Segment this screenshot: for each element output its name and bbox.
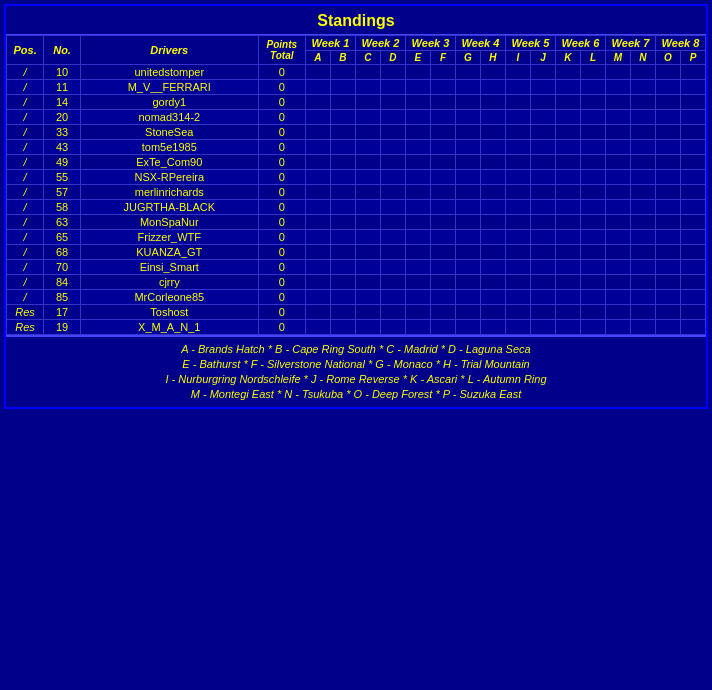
cell-pos: / xyxy=(7,290,44,305)
cell-week-6 xyxy=(455,290,480,305)
table-row: /49ExTe_Com900 xyxy=(7,155,706,170)
cell-week-4 xyxy=(405,170,430,185)
cell-week-1 xyxy=(330,260,355,275)
cell-no: 58 xyxy=(44,200,81,215)
cell-week-7 xyxy=(480,80,505,95)
cell-week-2 xyxy=(355,275,380,290)
header-week8: Week 8 xyxy=(655,36,705,51)
cell-week-13 xyxy=(630,155,655,170)
header-week4: Week 4 xyxy=(455,36,505,51)
cell-week-11 xyxy=(580,320,605,335)
cell-driver: cjrry xyxy=(80,275,258,290)
cell-week-9 xyxy=(530,95,555,110)
cell-week-12 xyxy=(605,305,630,320)
cell-driver: Frizzer_WTF xyxy=(80,230,258,245)
cell-week-10 xyxy=(555,155,580,170)
cell-week-13 xyxy=(630,260,655,275)
cell-week-0 xyxy=(305,155,330,170)
table-row: /55NSX-RPereira0 xyxy=(7,170,706,185)
cell-no: 65 xyxy=(44,230,81,245)
cell-points: 0 xyxy=(258,200,305,215)
cell-week-2 xyxy=(355,305,380,320)
cell-driver: Toshost xyxy=(80,305,258,320)
cell-week-15 xyxy=(680,230,705,245)
cell-week-3 xyxy=(380,260,405,275)
cell-week-7 xyxy=(480,155,505,170)
cell-week-7 xyxy=(480,125,505,140)
cell-no: 11 xyxy=(44,80,81,95)
cell-no: 17 xyxy=(44,305,81,320)
header-week2: Week 2 xyxy=(355,36,405,51)
cell-no: 43 xyxy=(44,140,81,155)
cell-week-5 xyxy=(430,170,455,185)
header-a: A xyxy=(305,51,330,65)
cell-week-15 xyxy=(680,305,705,320)
cell-week-9 xyxy=(530,305,555,320)
header-p: P xyxy=(680,51,705,65)
cell-week-10 xyxy=(555,290,580,305)
cell-week-15 xyxy=(680,125,705,140)
header-week1: Week 1 xyxy=(305,36,355,51)
cell-week-15 xyxy=(680,320,705,335)
cell-week-7 xyxy=(480,215,505,230)
cell-week-13 xyxy=(630,80,655,95)
table-row: /84cjrry0 xyxy=(7,275,706,290)
cell-week-0 xyxy=(305,245,330,260)
cell-points: 0 xyxy=(258,215,305,230)
main-container: Standings Pos. No. Drivers PointsTotal W… xyxy=(4,4,708,409)
cell-week-3 xyxy=(380,290,405,305)
cell-week-14 xyxy=(655,185,680,200)
table-row: Res17Toshost0 xyxy=(7,305,706,320)
cell-week-15 xyxy=(680,80,705,95)
cell-week-15 xyxy=(680,155,705,170)
cell-week-5 xyxy=(430,230,455,245)
cell-week-5 xyxy=(430,320,455,335)
cell-week-0 xyxy=(305,110,330,125)
cell-week-0 xyxy=(305,125,330,140)
cell-week-12 xyxy=(605,125,630,140)
cell-week-8 xyxy=(505,290,530,305)
cell-week-4 xyxy=(405,80,430,95)
cell-no: 68 xyxy=(44,245,81,260)
cell-week-10 xyxy=(555,185,580,200)
cell-points: 0 xyxy=(258,290,305,305)
cell-pos: / xyxy=(7,260,44,275)
cell-week-5 xyxy=(430,140,455,155)
header-b: B xyxy=(330,51,355,65)
cell-week-6 xyxy=(455,230,480,245)
cell-no: 19 xyxy=(44,320,81,335)
cell-week-10 xyxy=(555,65,580,80)
cell-week-13 xyxy=(630,245,655,260)
cell-week-2 xyxy=(355,260,380,275)
table-row: /85MrCorleone850 xyxy=(7,290,706,305)
cell-week-7 xyxy=(480,95,505,110)
cell-points: 0 xyxy=(258,170,305,185)
cell-no: 57 xyxy=(44,185,81,200)
cell-week-13 xyxy=(630,125,655,140)
cell-driver: JUGRTHA-BLACK xyxy=(80,200,258,215)
cell-week-6 xyxy=(455,125,480,140)
cell-week-3 xyxy=(380,245,405,260)
cell-points: 0 xyxy=(258,155,305,170)
cell-week-13 xyxy=(630,95,655,110)
cell-week-11 xyxy=(580,215,605,230)
cell-week-8 xyxy=(505,140,530,155)
cell-week-4 xyxy=(405,290,430,305)
cell-week-4 xyxy=(405,320,430,335)
cell-week-5 xyxy=(430,245,455,260)
cell-pos: / xyxy=(7,95,44,110)
cell-driver: merlinrichards xyxy=(80,185,258,200)
cell-no: 14 xyxy=(44,95,81,110)
cell-week-10 xyxy=(555,230,580,245)
header-week5: Week 5 xyxy=(505,36,555,51)
cell-week-11 xyxy=(580,305,605,320)
cell-week-6 xyxy=(455,275,480,290)
cell-week-14 xyxy=(655,245,680,260)
cell-week-5 xyxy=(430,95,455,110)
footer-line-4: M - Montegi East * N - Tsukuba * O - Dee… xyxy=(10,388,702,400)
cell-week-7 xyxy=(480,200,505,215)
cell-week-1 xyxy=(330,65,355,80)
cell-week-2 xyxy=(355,155,380,170)
cell-pos: Res xyxy=(7,305,44,320)
header-d: D xyxy=(380,51,405,65)
